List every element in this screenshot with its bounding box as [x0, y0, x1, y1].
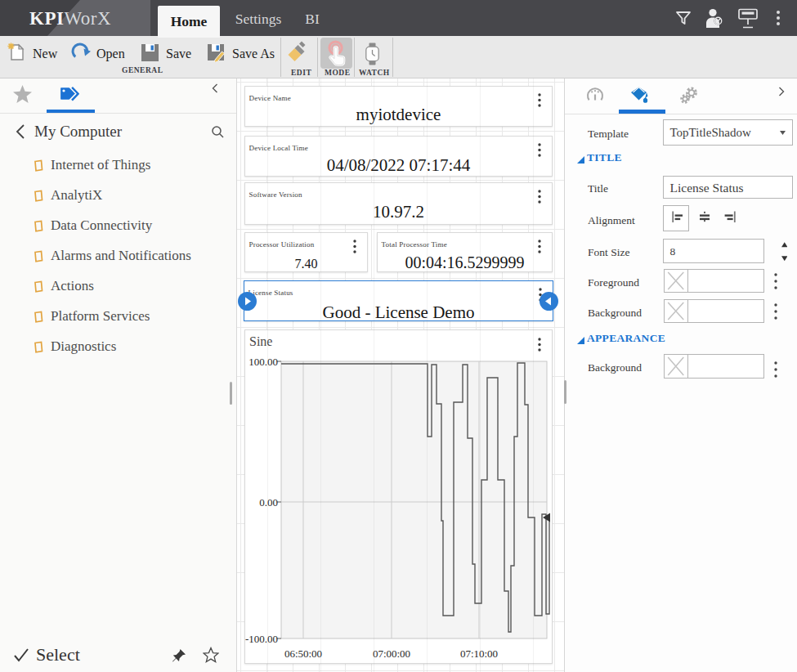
svg-text:100.00: 100.00: [249, 356, 278, 368]
svg-text:07:10:00: 07:10:00: [460, 647, 498, 660]
svg-text:0.00: 0.00: [259, 496, 278, 508]
svg-text:-100.00: -100.00: [245, 633, 278, 645]
svg-text:07:00:00: 07:00:00: [373, 647, 410, 660]
svg-text:06:50:00: 06:50:00: [284, 647, 322, 660]
